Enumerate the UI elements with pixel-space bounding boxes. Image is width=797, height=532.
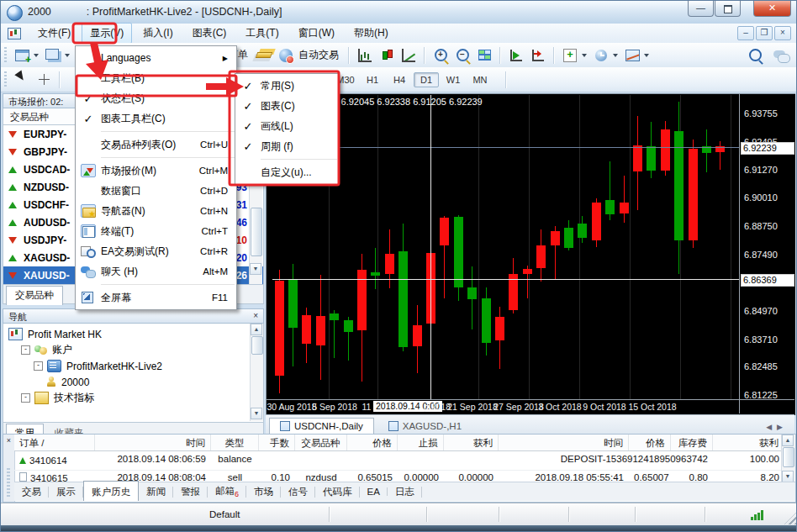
- tree-expander-icon[interactable]: -: [34, 361, 43, 371]
- child-close-button[interactable]: ×: [774, 26, 791, 40]
- toolbars-submenu-item-1[interactable]: ✓常用(S): [235, 76, 339, 96]
- candlestick-chart[interactable]: [272, 95, 739, 399]
- scroll-up-icon[interactable]: ▲: [251, 324, 262, 335]
- menubar-item-1[interactable]: 文件(F): [29, 23, 79, 44]
- toolbar-grip[interactable]: [4, 71, 7, 88]
- scroll-down-icon[interactable]: ▼: [250, 263, 261, 275]
- terminal-tab-交易[interactable]: 交易: [14, 483, 49, 501]
- view-menu-item-13[interactable]: 聊天 (H)Alt+M: [76, 261, 236, 282]
- cursor-tool-button[interactable]: [11, 70, 33, 90]
- terminal-grip[interactable]: [7, 468, 10, 497]
- view-menu-item-3[interactable]: ✓状态栏(S): [76, 88, 236, 108]
- periods-dropdown-icon[interactable]: [613, 54, 618, 60]
- navigator-node-3[interactable]: -ProfitMarketHK-Live2: [34, 358, 162, 374]
- navigator-node-5[interactable]: -技术指标: [21, 390, 94, 406]
- column-header-4[interactable]: 手数: [259, 435, 295, 450]
- navigator-node-1[interactable]: Profit Market HK: [8, 326, 102, 342]
- tree-expander-icon[interactable]: -: [21, 393, 30, 403]
- autotrading-button[interactable]: 自动交易: [298, 48, 339, 62]
- terminal-tab-警报[interactable]: 警报: [173, 483, 208, 501]
- line-chart-mode-button[interactable]: [398, 45, 420, 66]
- chart-tab-USDCNHDaily[interactable]: USDCNH-,Daily: [269, 418, 374, 435]
- order-row-1[interactable]: 34106142018.09.14 08:06:59balanceDEPOSIT…: [14, 451, 782, 471]
- terminal-tab-新闻[interactable]: 新闻: [139, 483, 173, 501]
- menubar-item-4[interactable]: 图表(C): [184, 23, 235, 44]
- scroll-down-icon[interactable]: ▼: [251, 408, 262, 419]
- indicators-button[interactable]: +: [559, 45, 581, 66]
- restore-button[interactable]: [715, 1, 741, 17]
- crosshair-tool-button[interactable]: [33, 70, 55, 90]
- toolbar-grip[interactable]: [4, 47, 7, 64]
- scroll-thumb[interactable]: [251, 336, 263, 355]
- menubar-item-7[interactable]: 帮助(H): [346, 23, 397, 44]
- view-menu-item-11[interactable]: 终端(T)Ctrl+T: [76, 221, 236, 241]
- child-restore-button[interactable]: ❐: [756, 26, 773, 40]
- navigator-node-4[interactable]: 20000: [46, 374, 89, 390]
- terminal-tab-信号[interactable]: 信号: [281, 483, 315, 501]
- navigator-close-icon[interactable]: ×: [253, 311, 258, 320]
- period-button-H1[interactable]: H1: [360, 72, 385, 87]
- terminal-tab-active[interactable]: 账户历史: [83, 481, 139, 501]
- chart-tab-scroll-arrows[interactable]: ◀▶: [766, 423, 788, 431]
- column-header-1[interactable]: 订单 /: [14, 435, 95, 450]
- view-menu-item-10[interactable]: 导航器(N)Ctrl+N: [76, 201, 236, 221]
- view-menu-item-9[interactable]: 数据窗口Ctrl+D: [76, 181, 236, 201]
- terminal-tab-日志[interactable]: 日志: [388, 483, 422, 501]
- toolbars-submenu-item-2[interactable]: ✓图表(C): [235, 96, 339, 116]
- zoom-out-button[interactable]: −: [451, 45, 473, 66]
- period-button-MN[interactable]: MN: [467, 72, 493, 87]
- terminal-tab-市场[interactable]: 市场: [246, 483, 281, 501]
- resize-grip[interactable]: [784, 513, 796, 524]
- menubar-item-6[interactable]: 窗口(W): [290, 23, 343, 44]
- navigator-scrollbar[interactable]: ▲▼: [250, 324, 263, 421]
- toolbars-submenu-item-6[interactable]: 自定义(u)...: [235, 162, 339, 182]
- terminal-tab-展示[interactable]: 展示: [49, 483, 83, 501]
- toolbars-submenu-item-4[interactable]: ✓周期 (f): [235, 136, 339, 156]
- scroll-thumb[interactable]: [251, 208, 262, 256]
- zoom-in-button[interactable]: +: [430, 45, 451, 66]
- period-button-W1[interactable]: W1: [441, 72, 466, 87]
- terminal-tab-EA[interactable]: EA: [360, 484, 388, 499]
- navigator-node-2[interactable]: -账户: [21, 342, 72, 358]
- terminal-tab-代码库[interactable]: 代码库: [315, 483, 360, 501]
- auto-scroll-button[interactable]: [505, 45, 527, 66]
- chart-shift-button[interactable]: [527, 45, 549, 66]
- view-menu-item-4[interactable]: ✓图表工具栏(C): [76, 108, 236, 129]
- autotrading-icon[interactable]: [275, 45, 297, 66]
- column-header-6[interactable]: 价格: [347, 435, 398, 450]
- column-header-8[interactable]: 获利: [444, 435, 499, 450]
- terminal-scrollbar[interactable]: ▲ ▼: [781, 435, 795, 483]
- menubar-item-5[interactable]: 工具(T): [237, 23, 287, 44]
- periods-button[interactable]: [590, 45, 612, 66]
- templates-dropdown-icon[interactable]: [644, 54, 649, 60]
- menubar-item-3[interactable]: 插入(I): [135, 23, 181, 44]
- orders-table-header[interactable]: 订单 /时间类型手数交易品种价格止损获利时间价格库存费获利: [14, 435, 782, 451]
- view-menu-item-1[interactable]: Languages▶: [76, 48, 236, 68]
- view-menu-item-6[interactable]: 交易品种列表(O)Ctrl+U: [76, 134, 236, 155]
- close-button[interactable]: ✕: [753, 1, 791, 17]
- child-minimize-button[interactable]: –: [737, 26, 754, 40]
- view-menu-item-8[interactable]: 市场报价(M)Ctrl+M: [76, 161, 236, 181]
- indicators-dropdown-icon[interactable]: [582, 54, 587, 60]
- title-bar[interactable]: 2000: ProfitMarketHK-Live2 - [USDCNH-,Da…: [1, 1, 797, 24]
- scroll-thumb[interactable]: [783, 447, 794, 467]
- terminal-tab-邮箱[interactable]: 邮箱6: [208, 482, 246, 501]
- column-header-3[interactable]: 类型: [211, 435, 259, 450]
- period-button-H4[interactable]: H4: [387, 72, 412, 87]
- new-chart-button[interactable]: +: [11, 45, 33, 66]
- view-menu-item-12[interactable]: EA交易测试(R)Ctrl+R: [76, 241, 236, 261]
- tile-windows-button[interactable]: [473, 45, 495, 66]
- search-icon[interactable]: [744, 45, 766, 66]
- navigator-header[interactable]: 导航 ×: [3, 308, 264, 324]
- profiles-dropdown-icon[interactable]: [65, 54, 70, 60]
- gold-symbols-icon[interactable]: [253, 45, 275, 66]
- column-header-7[interactable]: 止损: [398, 435, 444, 450]
- view-menu-item-2[interactable]: 工具栏(B): [76, 68, 236, 88]
- bar-chart-mode-button[interactable]: [354, 45, 376, 66]
- column-header-5[interactable]: 交易品种: [295, 435, 347, 450]
- column-header-12[interactable]: 获利: [713, 435, 784, 450]
- column-header-9[interactable]: 时间: [499, 435, 629, 450]
- chart-tab-XAGUSDH1[interactable]: XAGUSD-,H1: [377, 418, 472, 435]
- templates-button[interactable]: [621, 45, 643, 66]
- scroll-up-icon[interactable]: ▲: [782, 435, 794, 446]
